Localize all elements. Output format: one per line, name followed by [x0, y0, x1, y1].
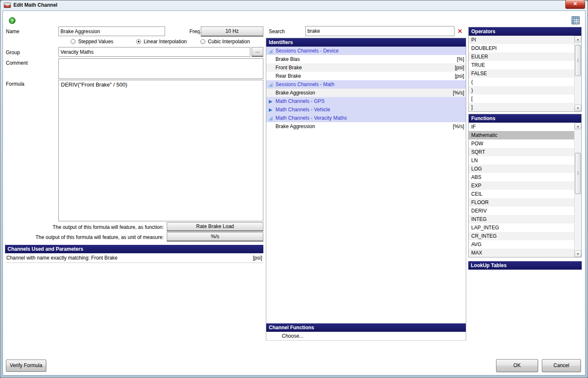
radio-linear-interpolation[interactable]: Linear Interpolation [136, 39, 187, 45]
output-function-button[interactable]: Rate Brake Load [167, 222, 263, 231]
clear-search-icon[interactable]: ✕ [456, 27, 464, 35]
cancel-button[interactable]: Cancel [542, 359, 581, 372]
operator-item[interactable]: TRUE [469, 61, 581, 69]
function-item[interactable]: MAX [469, 249, 581, 257]
function-item[interactable]: CR_INTEG [469, 232, 581, 240]
verify-formula-button[interactable]: Verify Formula [6, 360, 46, 372]
function-item[interactable]: SQRT [469, 148, 581, 156]
scrollbar-track[interactable] [575, 42, 581, 105]
scroll-down-icon[interactable]: ▼ [575, 250, 581, 257]
function-item[interactable]: POW [469, 139, 581, 148]
operator-item[interactable]: ] [469, 103, 581, 111]
function-item[interactable]: CEIL [469, 190, 581, 198]
function-item[interactable]: LN [469, 156, 581, 165]
function-item[interactable]: IF [469, 123, 581, 131]
identifiers-header: Identifiers [266, 38, 466, 47]
operators-list: PI DOUBLEPI EULER TRUE FALSE ( ) [ ] [469, 36, 581, 111]
identifier-row[interactable]: ◢ Sessions Channels - Device [266, 47, 466, 55]
identifiers-panel: Identifiers ◢ Sessions Channels - Device… [266, 38, 466, 341]
identifier-row[interactable]: Rear Brake [psi] [266, 72, 466, 80]
function-item[interactable]: INTEG [469, 215, 581, 223]
operator-item[interactable]: DOUBLEPI [469, 44, 581, 52]
function-item[interactable]: LAP_INTEG [469, 223, 581, 232]
operator-item[interactable]: EULER [469, 52, 581, 61]
functions-list: IF Mathematic POW SQRT LN LOG ABS EXP CE… [469, 123, 581, 257]
freq-button[interactable]: 10 Hz [201, 26, 263, 37]
function-item[interactable]: FLOOR [469, 198, 581, 207]
scrollbar-track[interactable] [575, 129, 581, 250]
identifier-unit: [%/s] [453, 90, 464, 96]
name-label: Name [6, 29, 19, 34]
radio-stepped-values[interactable]: Stepped Values [71, 39, 113, 45]
scroll-up-icon[interactable]: ▲ [575, 36, 581, 42]
thumb-grip-icon [577, 172, 579, 175]
radio-icon [71, 39, 76, 44]
titlebar: rs Edit Math Channel ✕ [0, 0, 588, 10]
functions-scrollbar[interactable]: ▲ ▼ [574, 123, 581, 257]
scroll-down-icon[interactable]: ▼ [575, 105, 581, 111]
name-input[interactable] [58, 26, 165, 36]
tree-toggle-icon[interactable]: ▶ [269, 105, 276, 114]
channel-match-text: Channel with name exactly matching: Fron… [6, 255, 253, 261]
scrollbar-thumb[interactable] [575, 153, 581, 194]
search-input[interactable] [305, 26, 454, 36]
app-logo-icon: rs [4, 3, 11, 8]
radio-label: Linear Interpolation [144, 39, 187, 45]
identifier-row[interactable]: ◢ Math Channels - Veracity Maths [266, 114, 466, 122]
tree-toggle-icon[interactable]: ◢ [269, 114, 276, 122]
group-label: Group [6, 50, 20, 55]
identifier-row[interactable]: ◢ Sessions Channels - Math [266, 80, 466, 89]
radio-icon [200, 39, 205, 44]
identifier-label: Math Channels - Veracity Maths [276, 115, 464, 121]
operator-item[interactable]: PI [469, 36, 581, 44]
tree-toggle-icon[interactable]: ▶ [269, 97, 276, 105]
identifier-label: Sessions Channels - Device [276, 48, 464, 54]
ok-button[interactable]: OK [496, 359, 538, 372]
comment-textarea[interactable] [58, 58, 263, 79]
identifier-row[interactable]: ▶ Math Channels - GPS [266, 97, 466, 105]
operators-scrollbar[interactable]: ▲ ▼ [574, 36, 581, 111]
operators-panel: Operators PI DOUBLEPI EULER TRUE FALSE (… [468, 27, 582, 112]
radio-icon [136, 39, 141, 44]
identifier-row[interactable]: Brake Bias [%] [266, 55, 466, 63]
operator-item[interactable]: ) [469, 86, 581, 94]
function-item[interactable]: LOG [469, 165, 581, 173]
channel-functions-choose[interactable]: Choose... [266, 332, 466, 341]
tree-toggle-icon[interactable]: ◢ [269, 47, 276, 55]
operators-header: Operators [469, 27, 581, 36]
table-grid-icon[interactable] [572, 16, 580, 25]
identifier-row[interactable]: Brake Aggression [%/s] [266, 89, 466, 97]
operator-item[interactable]: ( [469, 78, 581, 86]
operator-item[interactable]: [ [469, 94, 581, 103]
output-unit-button[interactable]: %/s [167, 232, 263, 242]
identifier-label: Sessions Channels - Math [276, 81, 464, 87]
identifier-row[interactable]: ▶ Math Channels - Vehicle [266, 105, 466, 114]
edit-math-channel-dialog: rs Edit Math Channel ✕ ? Name Freq. 10 H… [0, 0, 588, 378]
function-item[interactable]: AVG [469, 240, 581, 249]
function-item[interactable]: ABS [469, 173, 581, 181]
identifier-row[interactable]: Front Brake [psi] [266, 63, 466, 72]
group-input[interactable] [58, 47, 250, 57]
identifier-label: Math Channels - Vehicle [276, 107, 464, 113]
window-title: Edit Math Channel [13, 2, 58, 8]
operator-item[interactable]: FALSE [469, 69, 581, 78]
tree-toggle-icon[interactable]: ◢ [269, 80, 276, 89]
function-item[interactable]: Mathematic [469, 131, 581, 139]
search-label: Search [269, 29, 285, 34]
group-browse-button[interactable]: ... [252, 47, 263, 57]
close-button[interactable]: ✕ [565, 0, 585, 9]
identifier-label: Brake Aggression [276, 123, 453, 129]
channels-used-row[interactable]: Channel with name exactly matching: Fron… [5, 253, 263, 263]
scrollbar-thumb[interactable] [575, 45, 581, 76]
identifier-label: Brake Bias [276, 56, 457, 62]
formula-textarea[interactable]: DERIV("Front Brake" / 500) [58, 80, 263, 221]
identifier-row[interactable]: Brake Aggression [%/s] [266, 122, 466, 131]
functions-panel: Functions IF Mathematic POW SQRT LN LOG … [468, 114, 582, 257]
help-icon[interactable]: ? [9, 17, 16, 24]
function-item[interactable]: EXP [469, 181, 581, 190]
function-item[interactable]: DERIV [469, 207, 581, 215]
radio-cubic-interpolation[interactable]: Cubic Interpolation [200, 39, 250, 45]
scroll-up-icon[interactable]: ▲ [575, 123, 581, 129]
thumb-grip-icon [577, 59, 579, 62]
freq-label: Freq. [189, 29, 201, 34]
